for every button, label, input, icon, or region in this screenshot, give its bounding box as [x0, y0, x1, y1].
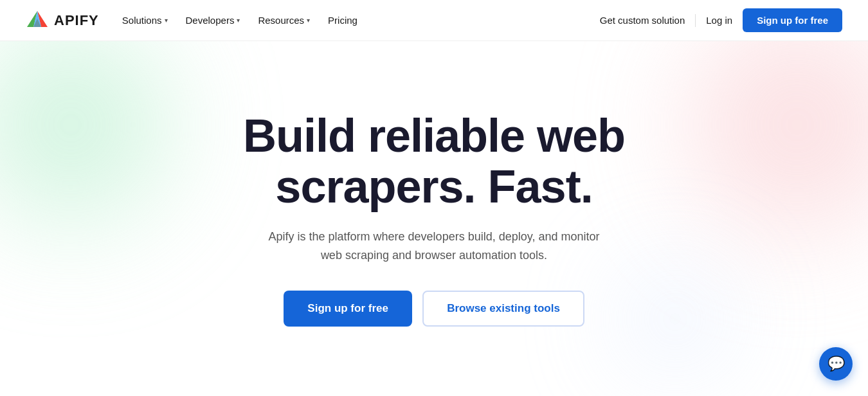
hero-buttons: Sign up for free Browse existing tools [243, 291, 625, 327]
developers-chevron-icon: ▾ [237, 17, 240, 24]
hero-content: Build reliable web scrapers. Fast. Apify… [243, 111, 625, 327]
chat-icon: 💬 [827, 356, 845, 372]
navbar: APIFY Solutions ▾ Developers ▾ Resources… [0, 0, 868, 41]
signup-nav-button[interactable]: Sign up for free [743, 8, 842, 32]
apify-logo-icon [26, 9, 49, 32]
resources-chevron-icon: ▾ [307, 17, 310, 24]
nav-item-resources[interactable]: Resources ▾ [258, 15, 310, 26]
nav-divider [695, 14, 696, 27]
solutions-chevron-icon: ▾ [165, 17, 168, 24]
pink-blob [662, 41, 868, 260]
green-blob [0, 41, 193, 247]
logo-text: APIFY [54, 12, 99, 29]
custom-solution-link[interactable]: Get custom solution [600, 15, 685, 26]
nav-item-pricing[interactable]: Pricing [328, 15, 357, 26]
chat-button[interactable]: 💬 [819, 347, 853, 381]
hero-subtitle: Apify is the platform where developers b… [267, 228, 601, 265]
browse-tools-button[interactable]: Browse existing tools [422, 291, 584, 327]
logo[interactable]: APIFY [26, 9, 99, 32]
hero-section: Build reliable web scrapers. Fast. Apify… [0, 41, 868, 396]
hero-title: Build reliable web scrapers. Fast. [243, 111, 625, 212]
signup-hero-button[interactable]: Sign up for free [284, 291, 412, 327]
navbar-left: APIFY Solutions ▾ Developers ▾ Resources… [26, 9, 357, 32]
blue-blob [611, 255, 739, 383]
nav-item-developers[interactable]: Developers ▾ [186, 15, 240, 26]
nav-links: Solutions ▾ Developers ▾ Resources ▾ Pri… [122, 15, 357, 26]
nav-item-solutions[interactable]: Solutions ▾ [122, 15, 168, 26]
login-button[interactable]: Log in [706, 15, 732, 26]
navbar-right: Get custom solution Log in Sign up for f… [600, 8, 842, 32]
